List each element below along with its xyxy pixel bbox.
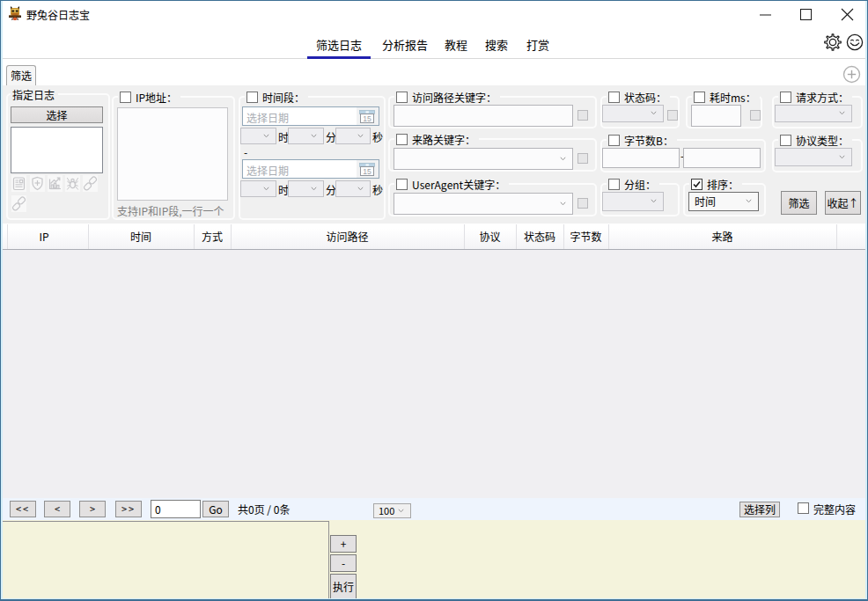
svg-text:15: 15 xyxy=(363,114,371,123)
svg-text:15: 15 xyxy=(363,167,371,176)
